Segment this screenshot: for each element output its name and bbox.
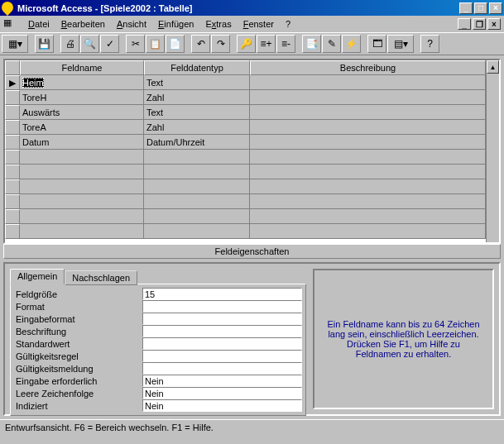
field-type-cell[interactable] (144, 194, 250, 209)
field-type-cell[interactable] (144, 150, 250, 165)
tab-nachschlagen[interactable]: Nachschlagen (65, 270, 137, 285)
mdi-restore-button[interactable]: ❐ (473, 18, 486, 30)
menu-fenster[interactable]: Fenster (238, 17, 279, 31)
field-name-cell[interactable] (20, 150, 144, 165)
field-desc-cell[interactable] (250, 165, 486, 179)
undo-button[interactable]: ↶ (191, 35, 210, 53)
property-value[interactable] (142, 362, 302, 375)
field-desc-cell[interactable] (250, 90, 486, 105)
menu-ansicht[interactable]: Ansicht (112, 17, 151, 31)
row-selector[interactable] (5, 90, 20, 105)
property-value[interactable] (142, 313, 302, 325)
menu-datei[interactable]: Datei (23, 17, 55, 31)
index-button[interactable]: ⚡ (342, 35, 361, 53)
cut-button[interactable]: ✂ (126, 35, 145, 53)
field-desc-cell[interactable] (250, 105, 486, 120)
row-selector[interactable] (5, 194, 20, 209)
print-button[interactable]: 🖨 (60, 35, 79, 53)
row-selector[interactable]: ▶ (5, 75, 20, 90)
close-button[interactable]: × (489, 2, 502, 14)
table-row (5, 179, 486, 194)
insert-rows-button[interactable]: ≡+ (257, 35, 276, 53)
field-desc-cell[interactable] (250, 135, 486, 150)
mdi-minimize-button[interactable]: _ (458, 18, 471, 30)
field-desc-cell[interactable] (250, 179, 486, 194)
help-panel: Ein Feldname kann bis zu 64 Zeichen lang… (313, 269, 494, 409)
properties-section: Allgemein Nachschlagen Feldgröße15Format… (3, 262, 501, 416)
row-selector[interactable] (5, 105, 20, 120)
header-feldname[interactable]: Feldname (20, 60, 144, 75)
properties-button[interactable]: 📑 (302, 35, 321, 53)
row-selector[interactable] (5, 179, 20, 194)
paste-button[interactable]: 📄 (166, 35, 185, 53)
row-selector[interactable] (5, 120, 20, 135)
property-label: Indiziert (14, 401, 142, 411)
field-desc-cell[interactable] (250, 75, 486, 90)
property-value[interactable]: 15 (142, 288, 302, 300)
mdi-close-button[interactable]: × (487, 18, 501, 30)
db-window-button[interactable]: 🗔 (367, 35, 386, 53)
property-value[interactable] (142, 350, 302, 362)
row-selector[interactable] (5, 135, 20, 150)
row-selector[interactable] (5, 209, 20, 224)
field-name-cell[interactable]: Heim (20, 75, 144, 90)
field-name-cell[interactable] (20, 194, 144, 209)
row-selector[interactable] (5, 150, 20, 165)
key-button[interactable]: 🔑 (237, 35, 256, 53)
field-desc-cell[interactable] (250, 194, 486, 209)
header-felddatentyp[interactable]: Felddatentyp (144, 60, 250, 75)
field-desc-cell[interactable] (250, 150, 486, 165)
property-value[interactable] (142, 300, 302, 313)
menu-extras[interactable]: Extras (200, 17, 236, 31)
property-value[interactable] (142, 337, 302, 350)
field-desc-cell[interactable] (250, 209, 486, 224)
property-value[interactable]: Nein (142, 387, 302, 399)
field-name-cell[interactable]: Datum (20, 135, 144, 150)
field-name-cell[interactable] (20, 165, 144, 179)
field-type-cell[interactable] (144, 165, 250, 179)
field-type-cell[interactable] (144, 209, 250, 224)
row-selector[interactable] (5, 224, 20, 239)
field-type-cell[interactable]: Text (144, 105, 250, 120)
menu-einfuegen[interactable]: Einfügen (153, 17, 199, 31)
maximize-button[interactable]: □ (474, 2, 487, 14)
property-value[interactable] (142, 325, 302, 337)
view-button[interactable]: ▦▾ (2, 35, 28, 53)
field-type-cell[interactable]: Text (144, 75, 250, 90)
field-name-cell[interactable] (20, 224, 144, 239)
field-grid: Feldname Felddatentyp Beschreibung ▶Heim… (3, 59, 501, 244)
preview-button[interactable]: 🔍 (80, 35, 99, 53)
copy-button[interactable]: 📋 (146, 35, 165, 53)
field-name-cell[interactable] (20, 179, 144, 194)
menu-bearbeiten[interactable]: Bearbeiten (56, 17, 110, 31)
field-type-cell[interactable] (144, 179, 250, 194)
field-type-cell[interactable]: Datum/Uhrzeit (144, 135, 250, 150)
help-button[interactable]: ? (420, 35, 439, 53)
field-type-cell[interactable]: Zahl (144, 90, 250, 105)
field-type-cell[interactable] (144, 224, 250, 239)
property-value[interactable]: Nein (142, 399, 302, 412)
scroll-up-button[interactable]: ▲ (487, 60, 499, 74)
new-object-button[interactable]: ▤▾ (387, 35, 414, 53)
vertical-scrollbar[interactable]: ▲ (486, 60, 499, 242)
field-name-cell[interactable]: Auswärts (20, 105, 144, 120)
row-selector[interactable] (5, 165, 20, 179)
redo-button[interactable]: ↷ (211, 35, 230, 53)
delete-rows-button[interactable]: ≡- (276, 35, 295, 53)
builder-button[interactable]: ✎ (322, 35, 341, 53)
minimize-button[interactable]: _ (459, 2, 473, 14)
property-value[interactable]: Nein (142, 375, 302, 387)
save-button[interactable]: 💾 (35, 35, 54, 53)
field-desc-cell[interactable] (250, 120, 486, 135)
mdi-icon[interactable]: ▦ (3, 17, 17, 31)
select-all-cell[interactable] (5, 60, 20, 75)
field-name-cell[interactable]: ToreA (20, 120, 144, 135)
menu-hilfe[interactable]: ? (281, 17, 295, 31)
header-beschreibung[interactable]: Beschreibung (250, 60, 486, 75)
spell-button[interactable]: ✓ (100, 35, 119, 53)
field-desc-cell[interactable] (250, 224, 486, 239)
tab-allgemein[interactable]: Allgemein (10, 269, 65, 284)
field-name-cell[interactable]: ToreH (20, 90, 144, 105)
field-type-cell[interactable]: Zahl (144, 120, 250, 135)
field-name-cell[interactable] (20, 209, 144, 224)
